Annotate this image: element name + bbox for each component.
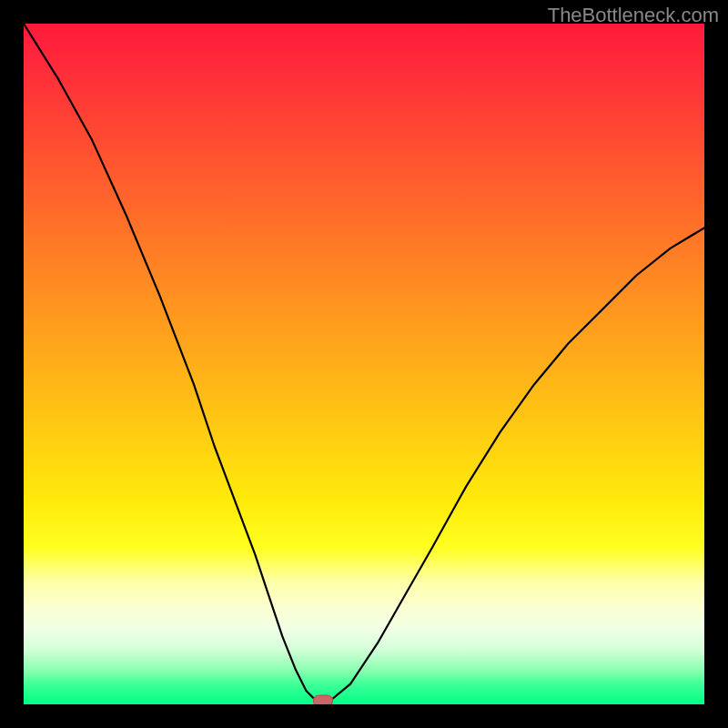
gradient-background — [24, 24, 704, 704]
optimal-point-marker — [313, 695, 333, 704]
plot-area — [24, 24, 704, 704]
watermark-text: TheBottleneck.com — [548, 4, 719, 27]
chart-frame: TheBottleneck.com — [0, 0, 728, 728]
